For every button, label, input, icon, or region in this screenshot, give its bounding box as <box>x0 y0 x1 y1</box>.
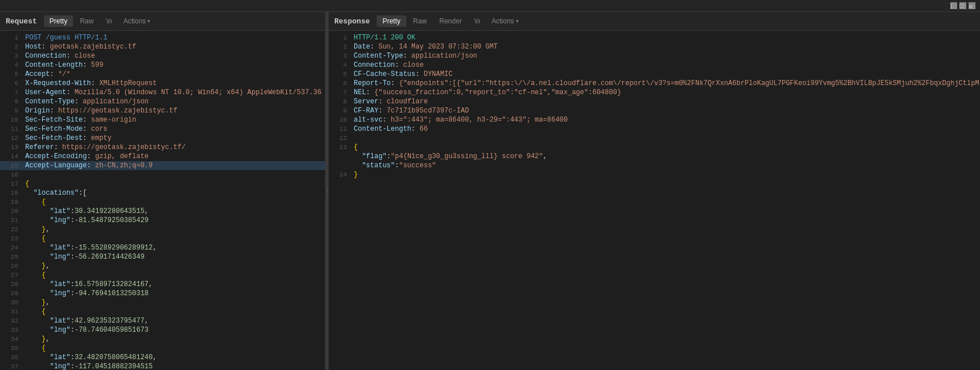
table-row: 9 CF-RAY: 7c7171b95cd7397c-IAD <box>329 106 980 115</box>
table-row: 25 "lng":-56.2691714426349 <box>0 252 325 262</box>
table-row: 5 CF-Cache-Status: DYNAMIC <box>329 70 980 79</box>
table-row: 10 alt-svc: h3=":443"; ma=86400, h3-29="… <box>329 115 980 124</box>
table-row: 2 Host: geotask.zajebistyc.tf <box>0 42 325 51</box>
top-bar: ⁝ □ ✕ <box>0 0 980 12</box>
table-row: "status":"success" <box>329 161 980 170</box>
request-actions-chevron: ▾ <box>147 18 150 24</box>
request-panel-title: Request <box>6 17 37 26</box>
table-row: 2 Date: Sun, 14 May 2023 07:32:00 GMT <box>329 42 980 51</box>
table-row: 26 }, <box>0 262 325 271</box>
request-tab-pretty[interactable]: Pretty <box>44 15 73 27</box>
table-row: 21 "lng":-81.54879250385429 <box>0 216 325 225</box>
table-row: 29 "lng":-94.76941013250318 <box>0 289 325 298</box>
response-tab-ln[interactable]: \n <box>469 15 486 27</box>
table-row: 32 "lat":42.96235323795477, <box>0 316 325 325</box>
response-actions-chevron: ▾ <box>516 18 519 24</box>
table-row: 17 { <box>0 179 325 188</box>
table-row: 8 Content-Type: application/json <box>0 97 325 106</box>
table-row: 35 { <box>0 344 325 353</box>
expand-icon[interactable]: □ <box>959 2 966 9</box>
request-panel: Request Pretty Raw \n Actions ▾ 1 POST /… <box>0 12 326 370</box>
table-row: 30 }, <box>0 298 325 307</box>
panels: Request Pretty Raw \n Actions ▾ 1 POST /… <box>0 12 980 370</box>
table-row: 6 X-Requested-With: XMLHttpRequest <box>0 79 325 88</box>
table-row: 34 }, <box>0 335 325 344</box>
response-content[interactable]: 1 HTTP/1.1 200 OK 2 Date: Sun, 14 May 20… <box>329 31 980 370</box>
table-row: 22 }, <box>0 225 325 234</box>
table-row: 9 Origin: https://geotask.zajebistyc.tf <box>0 106 325 115</box>
close-icon[interactable]: ✕ <box>969 2 975 9</box>
table-row: 23 { <box>0 234 325 243</box>
request-tab-group: Pretty Raw \n Actions ▾ <box>44 15 155 27</box>
table-row: 20 "lat":30.34192280643515, <box>0 207 325 216</box>
tile-icon[interactable]: ⁝ <box>950 2 957 9</box>
table-row: 6 Report-To: {"endpoints":[{"url":"https… <box>329 79 980 88</box>
table-row: 7 NEL: {"success_fraction":0,"report_to"… <box>329 88 980 97</box>
table-row: 3 Content-Type: application/json <box>329 51 980 61</box>
table-row: 18 "locations":[ <box>0 188 325 198</box>
table-row: 8 Server: cloudflare <box>329 97 980 106</box>
table-row: 15 Accept-Language: zh-CN,zh;q=0.9 <box>0 161 325 170</box>
table-row: 37 "lng":-117.04518882394515 <box>0 362 325 370</box>
table-row: 27 { <box>0 271 325 280</box>
table-row: 19 { <box>0 198 325 207</box>
table-row: 31 { <box>0 307 325 316</box>
table-row: 24 "lat":-15.552892906289912, <box>0 243 325 252</box>
table-row: 12 Sec-Fetch-Dest: empty <box>0 134 325 143</box>
table-row: 13 Referer: https://geotask.zajebistyc.t… <box>0 143 325 152</box>
table-row: 4 Content-Length: 599 <box>0 61 325 70</box>
table-row: 14 Accept-Encoding: gzip, deflate <box>0 152 325 161</box>
table-row: 11 Sec-Fetch-Mode: cors <box>0 124 325 134</box>
top-bar-icons: ⁝ □ ✕ <box>950 2 975 9</box>
table-row: 1 POST /guess HTTP/1.1 <box>0 33 325 42</box>
response-panel: Response Pretty Raw Render \n Actions ▾ … <box>329 12 980 370</box>
request-tab-actions[interactable]: Actions ▾ <box>119 15 155 27</box>
request-actions-label: Actions <box>123 17 146 25</box>
table-row: 3 Connection: close <box>0 51 325 61</box>
table-row: 4 Connection: close <box>329 61 980 70</box>
table-row: 33 "lng":-78.74604059851673 <box>0 325 325 335</box>
table-row: 1 HTTP/1.1 200 OK <box>329 33 980 42</box>
table-row: "flag":"p4{N1ce_g30_gu3ssing_lll} score … <box>329 152 980 161</box>
table-row: 7 User-Agent: Mozilla/5.0 (Windows NT 10… <box>0 88 325 97</box>
response-tab-actions[interactable]: Actions ▾ <box>487 15 523 27</box>
response-actions-label: Actions <box>491 17 514 25</box>
table-row: 36 "lat":32.4820758065481240, <box>0 353 325 362</box>
table-row: 13 { <box>329 143 980 152</box>
table-row: 12 <box>329 134 980 143</box>
request-panel-header: Request Pretty Raw \n Actions ▾ <box>0 12 325 31</box>
response-tab-render[interactable]: Render <box>434 15 467 27</box>
table-row: 5 Accept: */* <box>0 70 325 79</box>
table-row: 14 } <box>329 170 980 179</box>
request-content[interactable]: 1 POST /guess HTTP/1.1 2 Host: geotask.z… <box>0 31 325 370</box>
request-tab-ln[interactable]: \n <box>101 15 118 27</box>
response-tab-pretty[interactable]: Pretty <box>377 15 406 27</box>
table-row: 28 "lat":16.575897132824167, <box>0 280 325 289</box>
request-tab-raw[interactable]: Raw <box>74 15 99 27</box>
response-tab-group: Pretty Raw Render \n Actions ▾ <box>377 15 523 27</box>
response-tab-raw[interactable]: Raw <box>407 15 433 27</box>
table-row: 16 <box>0 170 325 179</box>
response-panel-header: Response Pretty Raw Render \n Actions ▾ <box>329 12 980 31</box>
table-row: 10 Sec-Fetch-Site: same-origin <box>0 115 325 124</box>
table-row: 11 Content-Length: 66 <box>329 124 980 134</box>
response-panel-title: Response <box>334 17 370 26</box>
